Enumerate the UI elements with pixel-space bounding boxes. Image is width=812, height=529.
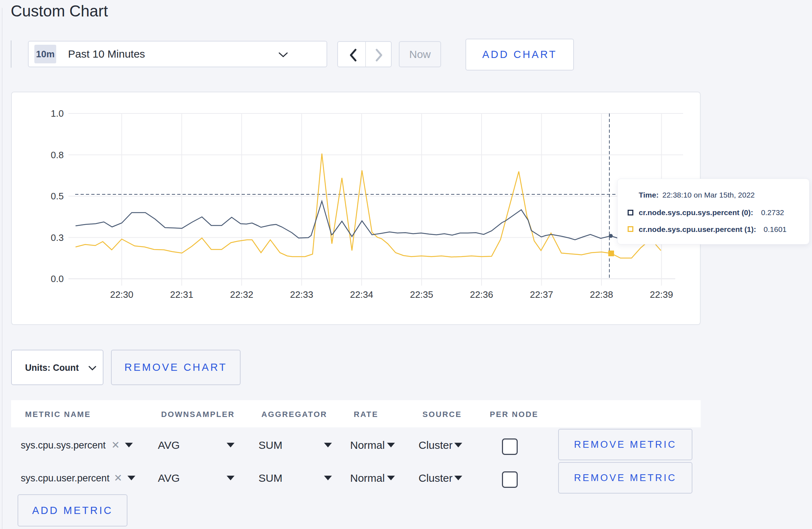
svg-text:0.5: 0.5 — [51, 191, 64, 202]
svg-text:22:31: 22:31 — [170, 289, 193, 300]
svg-text:22:34: 22:34 — [350, 289, 373, 300]
svg-text:22:39: 22:39 — [650, 289, 673, 300]
svg-text:1.0: 1.0 — [51, 108, 64, 119]
svg-text:22:37: 22:37 — [530, 289, 553, 300]
svg-text:22:32: 22:32 — [230, 289, 253, 300]
svg-text:0.3: 0.3 — [51, 232, 64, 243]
svg-text:0.0: 0.0 — [51, 273, 64, 284]
svg-text:22:33: 22:33 — [290, 289, 313, 300]
svg-text:22:30: 22:30 — [110, 289, 133, 300]
svg-text:22:35: 22:35 — [410, 289, 433, 300]
svg-text:22:36: 22:36 — [470, 289, 493, 300]
svg-text:22:38: 22:38 — [590, 289, 613, 300]
svg-text:0.8: 0.8 — [51, 150, 64, 160]
